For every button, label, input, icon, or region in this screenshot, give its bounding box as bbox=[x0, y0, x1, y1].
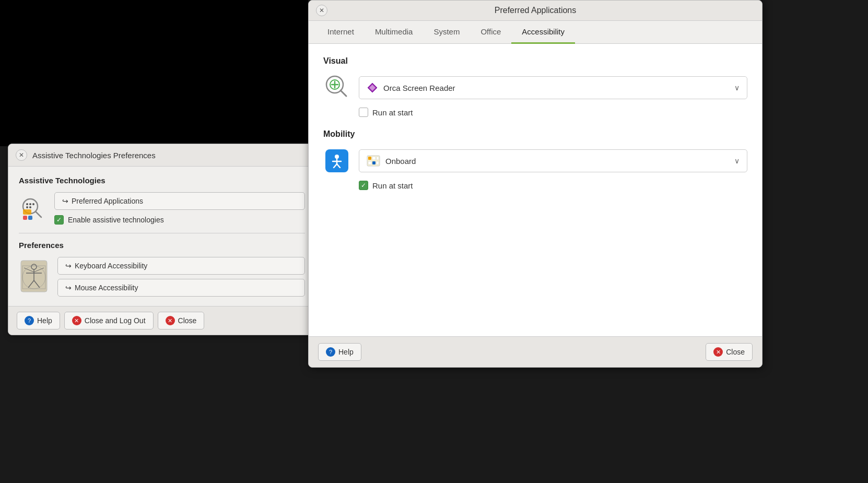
svg-point-6 bbox=[29, 203, 31, 205]
visual-run-at-start-row: Run at start bbox=[359, 108, 747, 117]
svg-point-8 bbox=[26, 206, 28, 208]
person-icon-svg bbox=[330, 154, 344, 168]
visual-run-at-start-label: Run at start bbox=[372, 108, 413, 117]
pa-window-title: Preferred Applications bbox=[495, 6, 577, 15]
pa-window: ✕ Preferred Applications Internet Multim… bbox=[308, 0, 763, 368]
svg-rect-34 bbox=[368, 157, 371, 160]
svg-rect-2 bbox=[23, 209, 31, 215]
enable-assistive-tech-checkbox[interactable]: ✓ bbox=[54, 215, 64, 225]
atp-footer-close-button[interactable]: ✕ Close bbox=[158, 312, 205, 329]
keyboard-icon: ↪ bbox=[65, 262, 72, 270]
tab-internet[interactable]: Internet bbox=[317, 21, 365, 44]
preferences-row: ↪ Keyboard Accessibility ↪ Mouse Accessi… bbox=[19, 257, 305, 297]
atp-content: Assistive Technologies bbox=[8, 167, 315, 306]
mobility-app-dropdown[interactable]: Onboard ∨ bbox=[359, 149, 747, 172]
assistive-tech-heading: Assistive Technologies bbox=[19, 176, 305, 185]
mobility-app-icon bbox=[323, 147, 350, 174]
visual-dropdown-chevron: ∨ bbox=[734, 84, 740, 92]
mobility-run-at-start-row: ✓ Run at start bbox=[359, 181, 747, 190]
svg-rect-3 bbox=[23, 216, 27, 220]
mobility-dropdown-chevron: ∨ bbox=[734, 157, 740, 165]
svg-rect-35 bbox=[372, 157, 376, 160]
preferences-buttons: ↪ Keyboard Accessibility ↪ Mouse Accessi… bbox=[57, 257, 305, 297]
visual-dropdown-inner: Orca Screen Reader bbox=[367, 82, 455, 93]
mobility-dropdown-row: Onboard ∨ bbox=[323, 147, 747, 174]
atp-titlebar: ✕ Assistive Technologies Preferences bbox=[8, 144, 315, 167]
svg-rect-38 bbox=[377, 157, 379, 160]
tab-office[interactable]: Office bbox=[470, 21, 511, 44]
svg-line-21 bbox=[341, 90, 346, 96]
help-icon: ? bbox=[25, 316, 34, 325]
pa-help-icon: ? bbox=[326, 347, 335, 357]
svg-point-7 bbox=[32, 203, 34, 205]
visual-section-heading: Visual bbox=[323, 56, 747, 66]
enable-assistive-tech-row: ✓ Enable assistive technologies bbox=[54, 215, 305, 225]
visual-dropdown-row: Orca Screen Reader ∨ bbox=[323, 74, 747, 101]
preferences-icon bbox=[19, 258, 49, 296]
svg-rect-36 bbox=[368, 161, 371, 164]
orca-icon bbox=[367, 82, 378, 93]
pa-close-button-footer[interactable]: ✕ Close bbox=[706, 343, 753, 361]
atp-close-logout-button[interactable]: ✕ Close and Log Out bbox=[64, 312, 154, 329]
pa-content: Visual bbox=[309, 44, 762, 336]
vitruvian-icon-svg bbox=[19, 258, 49, 294]
assistive-tech-controls: ↪ Preferred Applications ✓ Enable assist… bbox=[54, 192, 305, 225]
close-logout-icon: ✕ bbox=[72, 316, 81, 325]
tab-accessibility[interactable]: Accessibility bbox=[511, 21, 575, 44]
atp-help-button[interactable]: ? Help bbox=[17, 312, 60, 329]
svg-line-32 bbox=[337, 164, 340, 168]
accessibility-icon-svg bbox=[19, 195, 46, 222]
preferred-apps-icon: ↪ bbox=[62, 197, 68, 205]
pa-close-button[interactable]: ✕ bbox=[316, 5, 327, 16]
pa-tabs: Internet Multimedia System Office Access… bbox=[309, 21, 762, 44]
preferences-heading: Preferences bbox=[19, 241, 305, 250]
assistive-tech-icon bbox=[19, 195, 46, 222]
svg-rect-37 bbox=[372, 161, 376, 164]
mouse-accessibility-button[interactable]: ↪ Mouse Accessibility bbox=[57, 279, 305, 297]
atp-footer: ? Help ✕ Close and Log Out ✕ Close bbox=[8, 306, 315, 335]
magnifier-plus-icon bbox=[324, 74, 349, 101]
atp-window-title: Assistive Technologies Preferences bbox=[32, 151, 156, 160]
mobility-run-at-start-checkbox[interactable]: ✓ bbox=[359, 181, 368, 190]
mobility-section-heading: Mobility bbox=[323, 129, 747, 139]
mouse-icon: ↪ bbox=[65, 284, 72, 292]
enable-assistive-tech-label: Enable assistive technologies bbox=[68, 216, 164, 224]
svg-rect-39 bbox=[377, 161, 379, 164]
atp-window: ✕ Assistive Technologies Preferences Ass… bbox=[8, 144, 316, 335]
svg-line-31 bbox=[334, 164, 337, 168]
visual-app-dropdown[interactable]: Orca Screen Reader ∨ bbox=[359, 76, 747, 99]
atp-close-button[interactable]: ✕ bbox=[16, 149, 27, 161]
pa-help-button[interactable]: ? Help bbox=[318, 343, 361, 361]
tab-system[interactable]: System bbox=[423, 21, 470, 44]
keyboard-accessibility-button[interactable]: ↪ Keyboard Accessibility bbox=[57, 257, 305, 275]
close-icon: ✕ bbox=[166, 316, 175, 325]
preferred-apps-button[interactable]: ↪ Preferred Applications bbox=[54, 192, 305, 210]
svg-point-9 bbox=[29, 206, 31, 208]
pa-titlebar: ✕ Preferred Applications bbox=[309, 1, 762, 21]
pa-footer: ? Help ✕ Close bbox=[309, 336, 762, 367]
svg-rect-4 bbox=[28, 216, 32, 220]
svg-point-5 bbox=[26, 203, 28, 205]
background-black bbox=[0, 0, 308, 146]
visual-run-at-start-checkbox[interactable] bbox=[359, 108, 368, 117]
onboard-icon-svg bbox=[367, 155, 380, 167]
assistive-tech-row: ↪ Preferred Applications ✓ Enable assist… bbox=[19, 192, 305, 225]
section-divider bbox=[19, 233, 305, 233]
svg-line-1 bbox=[36, 211, 41, 217]
visual-app-icon bbox=[323, 74, 350, 101]
pa-close-icon: ✕ bbox=[713, 347, 723, 357]
accessibility-person-icon bbox=[325, 149, 348, 172]
tab-multimedia[interactable]: Multimedia bbox=[365, 21, 424, 44]
mobility-dropdown-inner: Onboard bbox=[367, 155, 416, 167]
mobility-run-at-start-label: Run at start bbox=[372, 181, 413, 190]
